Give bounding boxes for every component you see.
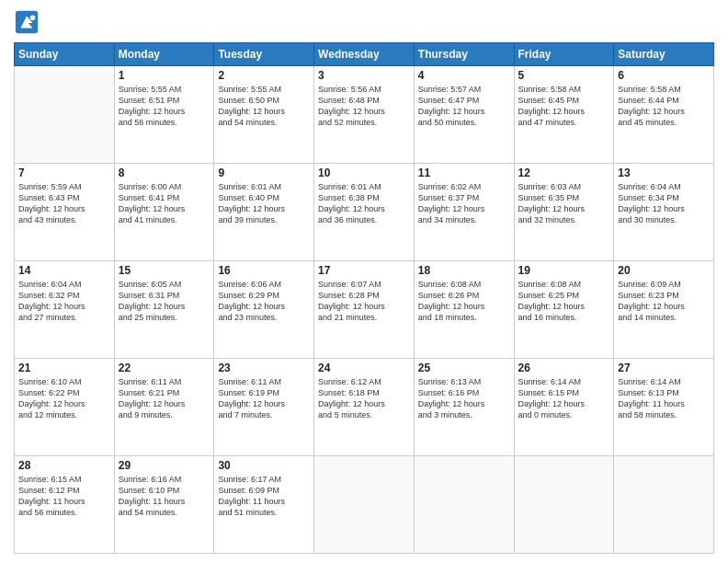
calendar-cell: 6Sunrise: 5:58 AM Sunset: 6:44 PM Daylig… — [614, 66, 714, 164]
day-info: Sunrise: 6:08 AM Sunset: 6:26 PM Dayligh… — [418, 279, 510, 324]
calendar-header-thursday: Thursday — [414, 43, 514, 66]
calendar-cell: 19Sunrise: 6:08 AM Sunset: 6:25 PM Dayli… — [514, 261, 614, 359]
day-info: Sunrise: 6:08 AM Sunset: 6:25 PM Dayligh… — [518, 279, 610, 324]
day-number: 6 — [618, 69, 710, 82]
calendar-cell — [614, 456, 714, 554]
day-info: Sunrise: 6:09 AM Sunset: 6:23 PM Dayligh… — [618, 279, 710, 324]
calendar-cell: 8Sunrise: 6:00 AM Sunset: 6:41 PM Daylig… — [114, 164, 214, 261]
calendar-cell: 3Sunrise: 5:56 AM Sunset: 6:48 PM Daylig… — [314, 66, 415, 164]
day-number: 12 — [518, 167, 610, 179]
logo-icon — [14, 9, 40, 35]
day-number: 13 — [618, 167, 710, 179]
day-number: 10 — [318, 167, 410, 179]
day-info: Sunrise: 6:16 AM Sunset: 6:10 PM Dayligh… — [119, 474, 210, 519]
day-info: Sunrise: 6:04 AM Sunset: 6:34 PM Dayligh… — [618, 181, 710, 226]
calendar-cell: 11Sunrise: 6:02 AM Sunset: 6:37 PM Dayli… — [414, 164, 514, 261]
calendar-header-tuesday: Tuesday — [214, 43, 314, 66]
calendar-cell: 17Sunrise: 6:07 AM Sunset: 6:28 PM Dayli… — [314, 261, 415, 359]
day-info: Sunrise: 5:58 AM Sunset: 6:45 PM Dayligh… — [518, 84, 610, 129]
calendar-cell: 4Sunrise: 5:57 AM Sunset: 6:47 PM Daylig… — [414, 66, 514, 164]
calendar-cell: 5Sunrise: 5:58 AM Sunset: 6:45 PM Daylig… — [514, 66, 614, 164]
calendar-cell: 20Sunrise: 6:09 AM Sunset: 6:23 PM Dayli… — [614, 261, 714, 359]
calendar-cell: 16Sunrise: 6:06 AM Sunset: 6:29 PM Dayli… — [214, 261, 314, 359]
day-info: Sunrise: 6:11 AM Sunset: 6:21 PM Dayligh… — [119, 376, 210, 421]
calendar-header-monday: Monday — [114, 43, 214, 66]
calendar-header-wednesday: Wednesday — [314, 43, 415, 66]
calendar-cell: 23Sunrise: 6:11 AM Sunset: 6:19 PM Dayli… — [214, 359, 314, 456]
day-number: 16 — [218, 264, 310, 277]
calendar-cell — [514, 456, 614, 554]
calendar-header-row: SundayMondayTuesdayWednesdayThursdayFrid… — [15, 43, 714, 66]
calendar-week-row: 7Sunrise: 5:59 AM Sunset: 6:43 PM Daylig… — [15, 164, 714, 261]
day-info: Sunrise: 5:57 AM Sunset: 6:47 PM Dayligh… — [418, 84, 510, 129]
day-number: 28 — [18, 459, 110, 472]
calendar-week-row: 21Sunrise: 6:10 AM Sunset: 6:22 PM Dayli… — [15, 359, 714, 456]
day-info: Sunrise: 6:11 AM Sunset: 6:19 PM Dayligh… — [218, 376, 310, 421]
day-number: 29 — [119, 459, 210, 472]
calendar-cell: 9Sunrise: 6:01 AM Sunset: 6:40 PM Daylig… — [214, 164, 314, 261]
day-info: Sunrise: 6:14 AM Sunset: 6:15 PM Dayligh… — [518, 376, 610, 421]
day-number: 1 — [119, 69, 210, 82]
calendar-week-row: 1Sunrise: 5:55 AM Sunset: 6:51 PM Daylig… — [15, 66, 714, 164]
day-number: 30 — [218, 459, 310, 472]
day-number: 23 — [218, 362, 310, 374]
day-info: Sunrise: 6:13 AM Sunset: 6:16 PM Dayligh… — [418, 376, 510, 421]
day-number: 24 — [318, 362, 410, 374]
day-info: Sunrise: 6:05 AM Sunset: 6:31 PM Dayligh… — [119, 279, 210, 324]
calendar-cell: 10Sunrise: 6:01 AM Sunset: 6:38 PM Dayli… — [314, 164, 415, 261]
day-info: Sunrise: 6:12 AM Sunset: 6:18 PM Dayligh… — [318, 376, 410, 421]
day-number: 15 — [119, 264, 210, 277]
day-number: 14 — [18, 264, 110, 277]
calendar-header-friday: Friday — [514, 43, 614, 66]
day-number: 2 — [218, 69, 310, 82]
calendar-cell: 28Sunrise: 6:15 AM Sunset: 6:12 PM Dayli… — [15, 456, 115, 554]
day-number: 26 — [518, 362, 610, 374]
day-info: Sunrise: 6:03 AM Sunset: 6:35 PM Dayligh… — [518, 181, 610, 226]
day-info: Sunrise: 6:15 AM Sunset: 6:12 PM Dayligh… — [18, 474, 110, 519]
day-number: 4 — [418, 69, 510, 82]
calendar-cell: 21Sunrise: 6:10 AM Sunset: 6:22 PM Dayli… — [15, 359, 115, 456]
day-number: 22 — [119, 362, 210, 374]
calendar-cell: 13Sunrise: 6:04 AM Sunset: 6:34 PM Dayli… — [614, 164, 714, 261]
calendar-header-sunday: Sunday — [15, 43, 115, 66]
calendar-week-row: 28Sunrise: 6:15 AM Sunset: 6:12 PM Dayli… — [15, 456, 714, 554]
day-number: 9 — [218, 167, 310, 179]
day-info: Sunrise: 5:55 AM Sunset: 6:50 PM Dayligh… — [218, 84, 310, 129]
day-number: 18 — [418, 264, 510, 277]
calendar-cell: 24Sunrise: 6:12 AM Sunset: 6:18 PM Dayli… — [314, 359, 415, 456]
day-number: 21 — [18, 362, 110, 374]
calendar-cell — [414, 456, 514, 554]
day-info: Sunrise: 6:01 AM Sunset: 6:38 PM Dayligh… — [318, 181, 410, 226]
day-info: Sunrise: 6:17 AM Sunset: 6:09 PM Dayligh… — [218, 474, 310, 519]
logo — [14, 9, 43, 35]
day-info: Sunrise: 5:59 AM Sunset: 6:43 PM Dayligh… — [18, 181, 110, 226]
calendar-cell: 14Sunrise: 6:04 AM Sunset: 6:32 PM Dayli… — [15, 261, 115, 359]
day-number: 25 — [418, 362, 510, 374]
day-info: Sunrise: 5:55 AM Sunset: 6:51 PM Dayligh… — [119, 84, 210, 129]
day-info: Sunrise: 6:06 AM Sunset: 6:29 PM Dayligh… — [218, 279, 310, 324]
day-info: Sunrise: 6:02 AM Sunset: 6:37 PM Dayligh… — [418, 181, 510, 226]
calendar-cell: 15Sunrise: 6:05 AM Sunset: 6:31 PM Dayli… — [114, 261, 214, 359]
day-info: Sunrise: 6:14 AM Sunset: 6:13 PM Dayligh… — [618, 376, 710, 421]
day-info: Sunrise: 6:07 AM Sunset: 6:28 PM Dayligh… — [318, 279, 410, 324]
calendar-cell: 7Sunrise: 5:59 AM Sunset: 6:43 PM Daylig… — [15, 164, 115, 261]
day-number: 19 — [518, 264, 610, 277]
calendar-cell: 2Sunrise: 5:55 AM Sunset: 6:50 PM Daylig… — [214, 66, 314, 164]
day-info: Sunrise: 6:10 AM Sunset: 6:22 PM Dayligh… — [18, 376, 110, 421]
day-info: Sunrise: 5:56 AM Sunset: 6:48 PM Dayligh… — [318, 84, 410, 129]
calendar-cell: 26Sunrise: 6:14 AM Sunset: 6:15 PM Dayli… — [514, 359, 614, 456]
day-number: 5 — [518, 69, 610, 82]
calendar-cell: 29Sunrise: 6:16 AM Sunset: 6:10 PM Dayli… — [114, 456, 214, 554]
calendar-body: 1Sunrise: 5:55 AM Sunset: 6:51 PM Daylig… — [15, 66, 714, 554]
calendar-cell — [314, 456, 415, 554]
day-number: 11 — [418, 167, 510, 179]
calendar-table: SundayMondayTuesdayWednesdayThursdayFrid… — [14, 42, 714, 554]
svg-point-2 — [30, 16, 36, 21]
day-number: 8 — [119, 167, 210, 179]
calendar-header-saturday: Saturday — [614, 43, 714, 66]
day-number: 20 — [618, 264, 710, 277]
calendar-cell: 1Sunrise: 5:55 AM Sunset: 6:51 PM Daylig… — [114, 66, 214, 164]
day-number: 3 — [318, 69, 410, 82]
day-info: Sunrise: 6:04 AM Sunset: 6:32 PM Dayligh… — [18, 279, 110, 324]
calendar-week-row: 14Sunrise: 6:04 AM Sunset: 6:32 PM Dayli… — [15, 261, 714, 359]
